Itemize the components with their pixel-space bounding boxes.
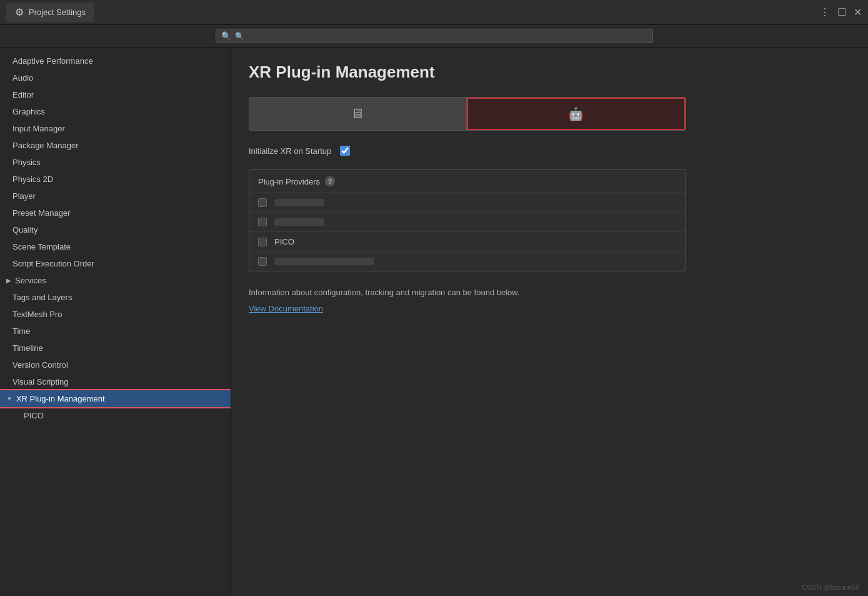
more-icon[interactable]: ⋮ xyxy=(820,6,830,18)
watermark: CSDN @fortune56 xyxy=(802,583,859,591)
sidebar-item-visual-scripting[interactable]: Visual Scripting xyxy=(0,373,231,390)
provider-label-4 xyxy=(274,258,374,265)
sidebar-label-audio: Audio xyxy=(12,73,33,83)
sidebar-label-package-manager: Package Manager xyxy=(12,141,79,150)
view-documentation-link[interactable]: View Documentation xyxy=(249,304,323,313)
sidebar-item-services[interactable]: ▶Services xyxy=(0,272,231,289)
provider-checkbox-4[interactable] xyxy=(258,257,267,266)
maximize-icon[interactable]: ☐ xyxy=(837,6,846,18)
sidebar-label-time: Time xyxy=(12,326,30,336)
sidebar-item-audio[interactable]: Audio xyxy=(0,69,231,86)
window-controls: ⋮ ☐ ✕ xyxy=(820,6,862,18)
sidebar-label-graphics: Graphics xyxy=(12,107,45,116)
sidebar-item-physics[interactable]: Physics xyxy=(0,154,231,171)
sidebar-item-package-manager[interactable]: Package Manager xyxy=(0,137,231,154)
provider-item-3: PICO xyxy=(249,232,686,252)
sidebar-label-xr-plugin-management: XR Plug-in Management xyxy=(16,394,105,403)
provider-item-1 xyxy=(249,193,686,213)
sidebar-item-player[interactable]: Player xyxy=(0,188,231,205)
content-area: XR Plug-in Management 🖥 🤖 Initialize XR … xyxy=(231,48,868,596)
info-text: Information about configuration, trackin… xyxy=(249,286,686,299)
sidebar-label-services: Services xyxy=(15,276,46,285)
provider-item-2 xyxy=(249,213,686,232)
window-title: Project Settings xyxy=(29,8,86,17)
expand-arrow-icon: ▼ xyxy=(6,395,12,402)
sidebar-label-quality: Quality xyxy=(12,225,37,235)
sidebar-item-editor[interactable]: Editor xyxy=(0,86,231,103)
sidebar-label-preset-manager: Preset Manager xyxy=(12,208,71,218)
sidebar-item-xr-plugin-management[interactable]: ▼XR Plug-in Management xyxy=(0,390,231,407)
provider-checkbox-2[interactable] xyxy=(258,218,267,226)
sidebar-label-physics-2d: Physics 2D xyxy=(12,174,53,184)
providers-box: Plug-in Providers ? PICO xyxy=(249,169,686,271)
tab-android[interactable]: 🤖 xyxy=(467,98,686,130)
provider-checkbox-1[interactable] xyxy=(258,198,267,207)
close-icon[interactable]: ✕ xyxy=(854,6,862,18)
sidebar-label-version-control: Version Control xyxy=(12,360,68,370)
monitor-icon: 🖥 xyxy=(351,106,364,122)
sidebar-label-script-execution-order: Script Execution Order xyxy=(12,259,94,268)
initialize-xr-label: Initialize XR on Startup xyxy=(249,146,331,156)
sidebar-item-timeline[interactable]: Timeline xyxy=(0,340,231,356)
sidebar-label-editor: Editor xyxy=(12,90,34,99)
search-icon: 🔍 xyxy=(221,31,231,41)
sidebar-item-time[interactable]: Time xyxy=(0,323,231,340)
info-section: Information about configuration, trackin… xyxy=(249,286,686,313)
sidebar-item-adaptive-performance[interactable]: Adaptive Performance xyxy=(0,53,231,69)
tab-desktop[interactable]: 🖥 xyxy=(249,98,467,130)
provider-label-2 xyxy=(274,218,324,226)
providers-header: Plug-in Providers ? xyxy=(249,170,686,193)
provider-item-4 xyxy=(249,252,686,271)
sidebar-label-textmesh-pro: TextMesh Pro xyxy=(12,310,62,319)
sidebar-item-scene-template[interactable]: Scene Template xyxy=(0,238,231,255)
sidebar-item-preset-manager[interactable]: Preset Manager xyxy=(0,205,231,221)
sidebar-item-textmesh-pro[interactable]: TextMesh Pro xyxy=(0,306,231,323)
sidebar-item-tags-and-layers[interactable]: Tags and Layers xyxy=(0,289,231,306)
initialize-xr-checkbox[interactable] xyxy=(340,146,350,156)
sidebar-label-input-manager: Input Manager xyxy=(12,124,65,133)
page-title: XR Plug-in Management xyxy=(249,63,851,82)
provider-label-pico: PICO xyxy=(274,237,294,246)
gear-icon: ⚙ xyxy=(15,6,24,18)
search-bar: 🔍 xyxy=(0,25,868,48)
sidebar-label-scene-template: Scene Template xyxy=(12,242,71,251)
sidebar-label-pico: PICO xyxy=(24,411,44,420)
collapse-arrow-icon: ▶ xyxy=(6,277,11,284)
main-layout: Adaptive PerformanceAudioEditorGraphicsI… xyxy=(0,48,868,596)
sidebar-item-quality[interactable]: Quality xyxy=(0,221,231,238)
sidebar-item-physics-2d[interactable]: Physics 2D xyxy=(0,171,231,188)
sidebar-item-version-control[interactable]: Version Control xyxy=(0,356,231,373)
sidebar-item-input-manager[interactable]: Input Manager xyxy=(0,120,231,137)
sidebar-label-tags-and-layers: Tags and Layers xyxy=(12,293,72,302)
sidebar-item-script-execution-order[interactable]: Script Execution Order xyxy=(0,255,231,272)
search-wrap: 🔍 xyxy=(216,29,653,43)
sidebar-label-player: Player xyxy=(12,191,36,201)
sidebar-item-pico[interactable]: PICO xyxy=(0,407,231,424)
initialize-xr-row: Initialize XR on Startup xyxy=(249,143,851,158)
providers-label: Plug-in Providers xyxy=(258,177,320,186)
android-icon: 🤖 xyxy=(568,106,584,121)
title-bar-tab: ⚙ Project Settings xyxy=(6,3,94,22)
sidebar-label-visual-scripting: Visual Scripting xyxy=(12,377,68,386)
provider-label-1 xyxy=(274,199,324,206)
sidebar-label-adaptive-performance: Adaptive Performance xyxy=(12,56,93,66)
search-input[interactable] xyxy=(235,32,647,41)
sidebar-item-graphics[interactable]: Graphics xyxy=(0,103,231,120)
sidebar: Adaptive PerformanceAudioEditorGraphicsI… xyxy=(0,48,231,596)
title-bar: ⚙ Project Settings ⋮ ☐ ✕ xyxy=(0,0,868,25)
sidebar-label-timeline: Timeline xyxy=(12,343,43,353)
platform-tabs: 🖥 🤖 xyxy=(249,97,686,131)
help-icon[interactable]: ? xyxy=(325,176,335,186)
sidebar-label-physics: Physics xyxy=(12,158,41,167)
provider-checkbox-3[interactable] xyxy=(258,238,267,246)
